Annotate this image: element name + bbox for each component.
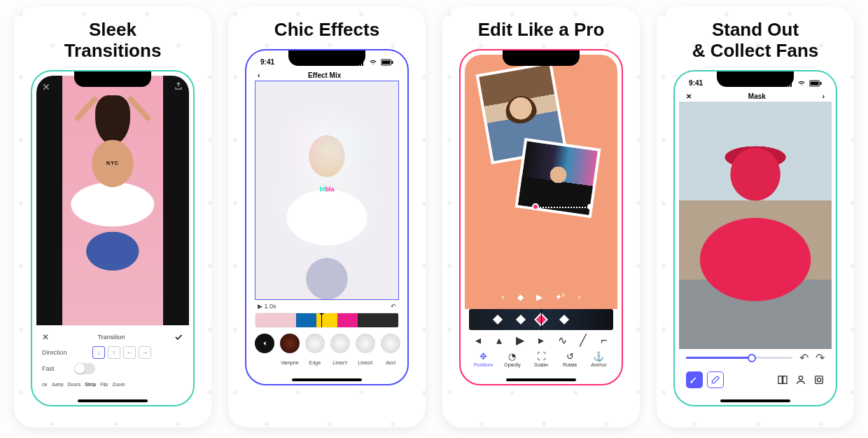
chevron-right-icon[interactable]: ›	[578, 292, 580, 302]
brush-tool[interactable]	[686, 371, 703, 388]
collage-canvas[interactable]: ‹ ◆ ▶ ✦° ›	[465, 55, 617, 309]
opacity-icon: ◔	[498, 351, 526, 362]
playhead[interactable]	[541, 309, 542, 330]
direction-right-button[interactable]: →	[139, 346, 151, 359]
hold-icon[interactable]: ⌐	[598, 334, 610, 347]
title-line: & Collect Fans	[692, 40, 819, 61]
play-icon[interactable]: ▶	[514, 334, 526, 347]
line-icon[interactable]: ╱	[577, 334, 589, 347]
prop-anchor[interactable]: ⚓Anchor	[584, 351, 613, 367]
timeline[interactable]: 5s	[255, 313, 399, 328]
playhead[interactable]	[321, 313, 322, 328]
effect-item[interactable]: Acid	[381, 334, 400, 367]
effect-header: ‹ Effect Mix	[251, 70, 403, 81]
home-indicator	[78, 399, 148, 402]
home-indicator	[292, 378, 362, 381]
promo-card-mask: Stand Out & Collect Fans 9:41 ✕ Mask ›	[657, 7, 854, 427]
title-line: Edit Like a Pro	[478, 19, 605, 40]
battery-icon	[809, 80, 822, 87]
brush-size-slider[interactable]	[686, 357, 792, 359]
svg-rect-14	[778, 376, 782, 383]
status-time: 9:41	[260, 58, 274, 66]
transition-thumb[interactable]: Flip	[100, 381, 108, 387]
transition-thumb[interactable]: Zoom	[112, 381, 125, 387]
keyframe[interactable]	[493, 315, 503, 324]
svg-rect-12	[811, 81, 819, 85]
compare-icon[interactable]	[777, 374, 788, 385]
effect-item-back[interactable]	[255, 334, 274, 367]
property-tabs: ✥Position• ◔Opacity ⛶Scale• ↺Rotate ⚓Anc…	[465, 348, 617, 380]
motion-path[interactable]	[535, 206, 591, 207]
transition-thumb[interactable]: ce	[42, 381, 47, 387]
effect-item[interactable]: LinesX	[356, 334, 375, 367]
direction-down-button[interactable]: ↓	[92, 346, 105, 359]
mask-box-icon[interactable]	[813, 374, 825, 385]
keyframe-timeline[interactable]	[469, 309, 613, 330]
card-title: Stand Out & Collect Fans	[687, 7, 825, 67]
prop-opacity[interactable]: ◔Opacity	[498, 351, 526, 367]
export-icon[interactable]	[174, 81, 183, 91]
transition-thumb[interactable]: Doors	[68, 381, 81, 387]
transition-thumb-selected[interactable]: Strip	[85, 381, 96, 387]
effects-row[interactable]: Vampire Edge LinesY LinesX Acid	[251, 329, 403, 380]
chevron-right-icon[interactable]: ›	[822, 93, 825, 100]
path-handle-end[interactable]	[587, 204, 593, 210]
step-back-icon[interactable]: ◂	[472, 334, 484, 347]
prop-position[interactable]: ✥Position•	[469, 351, 498, 367]
sparkle-icon[interactable]: ✦°	[555, 292, 566, 302]
redo-icon[interactable]: ↷	[816, 351, 825, 364]
wave-icon[interactable]: ∿	[556, 334, 568, 347]
phone-mock: 9:41 ‹ Effect Mix	[245, 49, 409, 385]
effect-canvas[interactable]: blbla	[255, 81, 399, 300]
close-icon[interactable]: ✕	[42, 81, 50, 93]
status-time: 9:41	[689, 79, 703, 87]
title-line: Stand Out	[712, 19, 799, 40]
direction-left-button[interactable]: ←	[123, 346, 136, 359]
svg-point-16	[799, 376, 802, 379]
promo-card-edit: Edit Like a Pro ‹ ◆ ▶ ✦° ›	[442, 7, 640, 427]
keyframe[interactable]	[559, 315, 569, 324]
effect-item[interactable]: Vampire	[280, 334, 300, 367]
preview-image: NYC	[62, 76, 163, 325]
phone-mock: 9:41 ✕ Mask ›	[673, 70, 837, 406]
header-title: Effect Mix	[308, 71, 341, 79]
promo-card-effects: Chic Effects 9:41	[228, 7, 426, 427]
undo-icon[interactable]: ↶	[391, 303, 396, 310]
playback-speed[interactable]: ▶ 1.0x	[258, 303, 276, 310]
eraser-tool[interactable]	[707, 371, 724, 388]
brush-size-row: ↶ ↷	[679, 349, 832, 367]
fast-toggle[interactable]	[74, 363, 95, 374]
play-icon[interactable]: ▶	[536, 292, 542, 302]
back-icon[interactable]: ‹	[258, 71, 260, 79]
check-icon[interactable]	[174, 332, 183, 342]
next-frame-icon[interactable]: ▸	[535, 334, 547, 347]
effect-item[interactable]: LinesY	[330, 334, 350, 367]
chevron-left-icon[interactable]: ‹	[502, 292, 505, 302]
anchor-icon: ⚓	[584, 351, 613, 362]
card-title: Chic Effects	[269, 7, 385, 46]
slider-knob[interactable]	[748, 354, 756, 362]
editor-canvas[interactable]: ✕ NYC	[36, 76, 189, 325]
prop-scale[interactable]: ⛶Scale•	[526, 351, 555, 367]
direction-up-button[interactable]: ↑	[108, 346, 120, 359]
person-icon[interactable]	[795, 374, 806, 385]
phone-notch	[74, 71, 151, 87]
close-icon[interactable]: ✕	[42, 332, 49, 342]
direction-options: ↓ ↑ ← →	[92, 346, 151, 359]
mask-canvas[interactable]	[679, 102, 832, 349]
transition-thumbnail-row[interactable]: ce Jump Doors Strip Flip Zoom	[42, 381, 183, 387]
close-icon[interactable]: ✕	[686, 93, 692, 100]
keyframe[interactable]	[516, 315, 526, 324]
diamond-icon[interactable]: ◆	[517, 292, 524, 302]
title-line: Sleek	[89, 19, 136, 40]
transition-thumb[interactable]: Jump	[51, 381, 63, 387]
move-icon: ✥	[469, 351, 498, 362]
svg-rect-6	[392, 61, 393, 64]
svg-rect-15	[783, 376, 787, 383]
prop-rotate[interactable]: ↺Rotate	[556, 351, 584, 367]
path-handle-start[interactable]	[532, 203, 539, 210]
undo-icon[interactable]: ↶	[799, 351, 808, 364]
effect-item[interactable]: Edge	[305, 334, 325, 367]
prev-frame-icon[interactable]: ▴	[493, 334, 505, 347]
svg-rect-13	[820, 82, 822, 85]
